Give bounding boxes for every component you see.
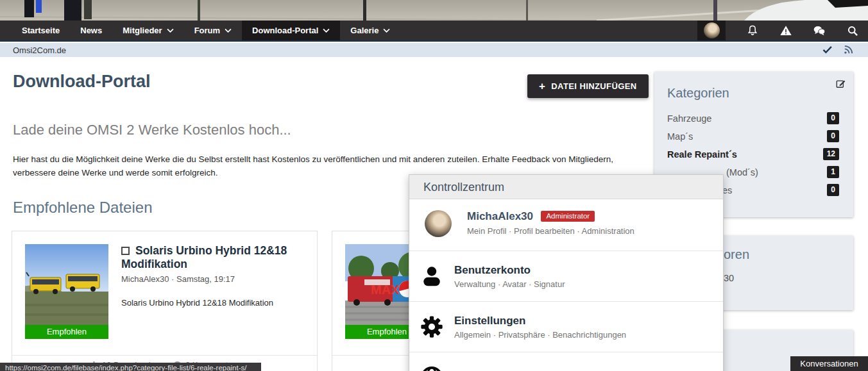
gear-icon: [420, 315, 444, 339]
breadcrumb[interactable]: Omsi2Com.de: [13, 45, 66, 55]
category-count-badge: 1: [827, 166, 839, 178]
page-title: Download-Portal: [13, 72, 151, 92]
nav-label: News: [80, 21, 102, 40]
menu-item-benutzerkonto[interactable]: Benutzerkonto Verwaltung · Avatar · Sign…: [409, 251, 723, 301]
category-label: es: [722, 185, 732, 195]
category-count-badge: 0: [827, 130, 839, 142]
menu-item-einstellungen[interactable]: Einstellungen Allgemein · Privatsphäre ·…: [409, 301, 723, 352]
page-subtitle: Lade deine OMSI 2 Werke Kostenlos hoch..…: [13, 122, 291, 138]
category-item-maps[interactable]: Map´s 0: [654, 128, 853, 145]
add-file-button[interactable]: + DATEI HINZUFÜGEN: [527, 74, 649, 98]
username-link[interactable]: MichaAlex30: [467, 210, 533, 223]
nav-item-startseite[interactable]: Startseite: [12, 21, 70, 40]
user-summary-row: MichaAlex30 Administrator Mein Profil · …: [409, 199, 723, 251]
nav-item-news[interactable]: News: [70, 21, 112, 40]
authors-panel-title: oren: [724, 247, 749, 262]
menu-item-links[interactable]: Verwaltung · Avatar · Signatur: [454, 279, 565, 289]
page: Startseite News Mitglieder Forum Downloa…: [0, 0, 868, 371]
rss-icon[interactable]: [843, 44, 854, 55]
bus-thumbnail-graphic: [25, 244, 108, 327]
nav-item-download-portal[interactable]: Download-Portal: [242, 21, 340, 40]
plus-icon: +: [539, 81, 545, 92]
category-count-badge: 12: [823, 148, 839, 160]
add-file-label: DATEI HINZUFÜGEN: [551, 81, 636, 91]
category-item-reale-repaints[interactable]: Reale Repaint´s 12: [654, 145, 853, 163]
section-heading: Empfohlene Dateien: [13, 199, 152, 217]
menu-item-community[interactable]: Community: [409, 352, 723, 371]
nav-item-mitglieder[interactable]: Mitglieder: [112, 21, 183, 40]
conversations-button[interactable]: Konversationen: [790, 356, 868, 371]
nav-label: Galerie: [350, 21, 379, 40]
header-background-image: [0, 0, 868, 21]
file-thumbnail[interactable]: Empfohlen: [25, 244, 108, 339]
nav-item-forum[interactable]: Forum: [184, 21, 242, 40]
link-status-tooltip: https://omsi2com.de/filebase/index.php?c…: [0, 363, 261, 371]
chevron-down-icon: [323, 28, 330, 33]
breadcrumb-icons: [822, 44, 854, 55]
nav-label: Startseite: [22, 21, 60, 40]
control-center-title: Kontrollzentrum: [409, 175, 723, 199]
avatar: [704, 22, 720, 38]
nav-label: Forum: [194, 21, 220, 40]
search-icon[interactable]: [846, 24, 859, 37]
category-label: (Mod´s): [726, 167, 758, 177]
nav-item-galerie[interactable]: Galerie: [340, 21, 400, 40]
file-title-text: Solaris Urbino Hybrid 12&18 Modifikation: [121, 244, 287, 270]
navbar-icons: [697, 21, 859, 40]
select-checkbox[interactable]: [121, 247, 130, 255]
chevron-down-icon: [383, 28, 390, 33]
categories-title: Kategorien: [654, 72, 853, 110]
user-links[interactable]: Mein Profil · Profil bearbeiten · Admini…: [467, 226, 709, 236]
game-scene-graphic: [0, 0, 868, 21]
category-label: Fahrzeuge: [667, 113, 711, 124]
main-navbar: Startseite News Mitglieder Forum Downloa…: [0, 21, 868, 42]
administrator-badge[interactable]: Administrator: [541, 211, 595, 222]
featured-badge: Empfohlen: [25, 325, 108, 339]
nav-label: Mitglieder: [123, 21, 162, 40]
nav-label: Download-Portal: [252, 21, 318, 40]
control-center-dropdown: Kontrollzentrum MichaAlex30 Administrato…: [409, 174, 724, 371]
warning-icon[interactable]: [779, 24, 792, 37]
user-menu-button[interactable]: [697, 21, 726, 40]
user-icon: [420, 265, 443, 288]
breadcrumb-bar: Omsi2Com.de: [0, 43, 868, 57]
check-icon[interactable]: [822, 44, 833, 55]
author-name[interactable]: 30: [724, 273, 734, 283]
chevron-down-icon: [167, 28, 174, 33]
edit-icon[interactable]: [835, 78, 847, 90]
menu-item-links[interactable]: Allgemein · Privatsphäre · Benachrichtig…: [454, 330, 626, 340]
file-card: Empfohlen Solaris Urbino Hybrid 12&18 Mo…: [12, 231, 318, 371]
category-count-badge: 0: [827, 112, 839, 124]
avatar[interactable]: [425, 210, 452, 237]
chat-icon[interactable]: [813, 24, 826, 37]
menu-item-title: Einstellungen: [454, 315, 626, 327]
category-item-fahrzeuge[interactable]: Fahrzeuge 0: [654, 110, 853, 128]
category-label: Reale Repaint´s: [667, 149, 737, 160]
category-label: Map´s: [667, 131, 693, 142]
globe-icon: [420, 365, 444, 371]
category-count-badge: 0: [827, 184, 839, 196]
bell-icon[interactable]: [746, 24, 759, 37]
chevron-down-icon: [225, 28, 232, 33]
menu-item-title: Benutzerkonto: [454, 264, 565, 277]
